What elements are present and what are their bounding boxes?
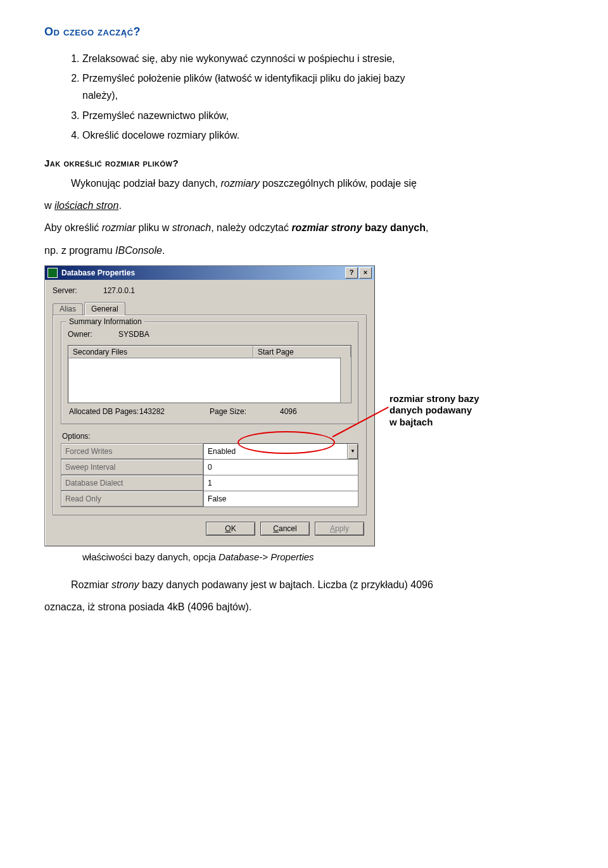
- text: Enabled: [208, 447, 236, 456]
- text: ilościach stron: [54, 200, 118, 211]
- allocated-pages-value: 143282: [139, 407, 210, 416]
- opt-database-dialect-value[interactable]: 1: [204, 475, 358, 491]
- column-start-page: Start Page: [253, 346, 351, 358]
- owner-value: SYSDBA: [118, 330, 149, 339]
- text: , należy odczytać: [211, 222, 291, 233]
- opt-sweep-interval-value[interactable]: 0: [204, 459, 358, 475]
- text: Przemyśleć położenie plików (łatwość w i…: [82, 73, 405, 84]
- text: stronach: [172, 222, 211, 233]
- paragraph: oznacza, iż strona posiada 4kB (4096 baj…: [44, 598, 564, 615]
- text: w: [44, 200, 54, 211]
- text: Database-> Properties: [218, 551, 314, 562]
- text: np. z programu: [44, 245, 115, 256]
- server-label: Server:: [53, 286, 103, 295]
- opt-forced-writes-value[interactable]: Enabled ▼: [204, 443, 358, 459]
- paragraph: Aby określić rozmiar pliku w stronach, n…: [44, 219, 564, 236]
- apply-button[interactable]: Apply: [315, 522, 364, 536]
- options-label: Options:: [62, 432, 357, 441]
- close-button[interactable]: ×: [359, 267, 372, 279]
- screenshot-dialog-wrap: Database Properties ? × Server: 127.0.0.…: [44, 265, 500, 546]
- text: należy),: [82, 90, 118, 101]
- group-title: Summary Information: [66, 317, 144, 326]
- text: poszczególnych plików, podaje się: [260, 178, 417, 189]
- opt-read-only-value[interactable]: False: [204, 491, 358, 506]
- text: bazy danych: [362, 222, 426, 233]
- opt-sweep-interval-label: Sweep Interval: [61, 459, 204, 475]
- opt-read-only-label: Read Only: [61, 491, 204, 506]
- help-button[interactable]: ?: [345, 267, 358, 279]
- options-table: Forced Writes Enabled ▼ Sweep Interval 0…: [61, 443, 358, 507]
- text: .: [118, 200, 121, 211]
- text: rozmiar strony: [291, 222, 362, 233]
- list-item: Zrelaksować się, aby nie wykonywać czynn…: [82, 50, 564, 67]
- text: w bajtach: [390, 417, 433, 427]
- opt-database-dialect-label: Database Dialect: [61, 475, 204, 491]
- secondary-files-list[interactable]: Secondary Files Start Page: [68, 345, 352, 403]
- list-item: Przemyśleć nazewnictwo plików,: [82, 107, 564, 124]
- allocated-pages-label: Allocated DB Pages:: [69, 407, 139, 416]
- cancel-button[interactable]: Cancel: [260, 522, 310, 536]
- annotation-callout: rozmiar strony bazy danych podawany w ba…: [390, 393, 479, 429]
- tab-panel-general: Summary Information Owner: SYSDBA Second…: [53, 315, 367, 515]
- list-item: Przemyśleć położenie plików (łatwość w i…: [82, 70, 564, 104]
- text: danych podawany: [390, 405, 472, 415]
- scrollbar[interactable]: [340, 357, 351, 403]
- opt-forced-writes-label: Forced Writes: [61, 443, 204, 459]
- chevron-down-icon[interactable]: ▼: [347, 444, 358, 459]
- figure-caption: właściwości bazy danych, opcja Database-…: [82, 551, 564, 562]
- dialog-database-properties: Database Properties ? × Server: 127.0.0.…: [44, 265, 375, 546]
- owner-label: Owner:: [68, 330, 118, 339]
- text: rozmiary: [220, 178, 259, 189]
- list-item: Określić docelowe rozmiary plików.: [82, 127, 564, 144]
- text: ,: [426, 222, 428, 233]
- titlebar: Database Properties ? ×: [45, 266, 374, 280]
- tab-general[interactable]: General: [84, 302, 125, 315]
- paragraph: Wykonując podział bazy danych, rozmiary …: [44, 175, 564, 192]
- text: oznacza, iż strona posiada 4kB (4096 baj…: [44, 601, 251, 612]
- text: rozmiar strony bazy: [390, 393, 479, 404]
- page-size-value: 4096: [280, 407, 350, 416]
- ok-button[interactable]: OK: [206, 522, 255, 536]
- app-icon: [48, 268, 58, 278]
- paragraph: w ilościach stron.: [44, 197, 564, 214]
- text: rozmiar: [102, 222, 136, 233]
- text: .: [162, 245, 165, 256]
- window-title: Database Properties: [61, 268, 344, 277]
- text: Wykonując podział bazy danych,: [71, 178, 220, 189]
- text: strony: [111, 579, 139, 590]
- text: właściwości bazy danych, opcja: [82, 551, 218, 562]
- page-size-label: Page Size:: [210, 407, 280, 416]
- column-secondary-files: Secondary Files: [68, 346, 253, 358]
- server-value: 127.0.0.1: [103, 286, 135, 295]
- paragraph: Rozmiar strony bazy danych podawany jest…: [44, 576, 564, 593]
- text: bazy danych podawany jest w bajtach. Lic…: [139, 579, 433, 590]
- text: Aby określić: [44, 222, 102, 233]
- tabstrip: Alias General: [53, 301, 367, 315]
- heading-od-czego-zaczac: Od czego zacząć?: [44, 25, 564, 39]
- text: pliku w: [136, 222, 172, 233]
- heading-jak-okreslic: Jak określić rozmiar plików?: [44, 158, 564, 168]
- text: IBConsole: [115, 245, 162, 256]
- text: Rozmiar: [71, 579, 111, 590]
- group-summary-information: Summary Information Owner: SYSDBA Second…: [61, 322, 358, 424]
- numbered-list: Zrelaksować się, aby nie wykonywać czynn…: [44, 50, 564, 144]
- paragraph: np. z programu IBConsole.: [44, 242, 564, 259]
